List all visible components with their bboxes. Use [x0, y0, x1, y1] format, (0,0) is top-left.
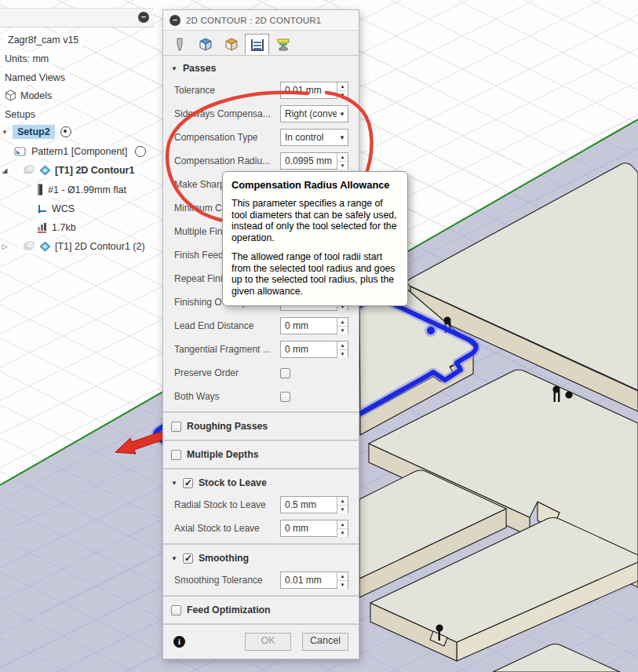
tool-tab-icon [172, 37, 188, 53]
tab-geometry[interactable] [193, 34, 217, 55]
radial-stock-input[interactable]: 0.5 mm ▲▼ [280, 496, 348, 513]
toolpath-lead-in [427, 327, 435, 334]
units-row[interactable]: Units: mm [0, 50, 53, 67]
pin-icon [565, 391, 572, 398]
models-row[interactable]: Models [0, 87, 57, 104]
tab-passes[interactable] [245, 34, 269, 55]
tolerance-input[interactable]: 0.01 mm ▲▼ [280, 82, 348, 99]
tool-row[interactable]: #1 - Ø1.99mm flat [31, 181, 131, 198]
both-ways-row: Both Ways [163, 385, 359, 408]
multiple-depths-header[interactable]: Multiple Depths [163, 444, 359, 465]
fusion360-cam-window: – Zagr8f_cam v15 Units: mm Named Views M… [0, 0, 638, 672]
operation-diamond-icon [39, 241, 51, 252]
multiple-depths-label: Multiple Depths [187, 449, 259, 460]
smoothing-label: Smoothing [199, 553, 249, 564]
spinner-buttons[interactable]: ▲▼ [337, 341, 348, 357]
browser-panel-header[interactable]: – [0, 8, 154, 27]
pin-icon [552, 385, 560, 393]
models-label: Models [20, 90, 52, 101]
smoothing-checkbox[interactable] [183, 553, 193, 564]
cancel-button[interactable]: Cancel [302, 633, 348, 651]
setups-row[interactable]: Setups [0, 106, 40, 122]
separator [163, 595, 359, 597]
stock-to-leave-checkbox[interactable] [183, 478, 193, 488]
tool-label: #1 - Ø1.99mm flat [48, 184, 126, 195]
expander-collapsed-icon[interactable]: ▷ [0, 243, 9, 250]
visibility-ghost-icon[interactable] [24, 165, 35, 175]
wcs-row[interactable]: WCS [31, 200, 79, 217]
compensation-type-label: Compensation Type [174, 132, 280, 143]
radial-stock-row: Radial Stock to Leave 0.5 mm ▲▼ [163, 493, 359, 517]
tooltip-title: Compensation Radius Allowance [232, 179, 399, 191]
sideways-compensation-value: Right (conve... [281, 108, 337, 119]
ok-button[interactable]: OK [245, 633, 291, 651]
tolerance-label: Tolerance [174, 85, 280, 96]
visibility-ghost-icon[interactable] [24, 241, 35, 251]
document-title-row[interactable]: Zagr8f_cam v15 [3, 31, 83, 48]
expander-expanded-icon[interactable]: ◢ [0, 166, 9, 174]
filesize-row[interactable]: 1.7kb [31, 219, 81, 236]
separator [163, 440, 359, 441]
sideways-compensation-dropdown[interactable]: Right (conve... ▼ [280, 105, 348, 122]
spinner-buttons[interactable]: ▲▼ [337, 572, 348, 588]
dialog-title: 2D CONTOUR : 2D CONTOUR1 [186, 16, 321, 25]
compensation-type-value: In control [281, 132, 337, 143]
stock-to-leave-label: Stock to Leave [199, 477, 267, 488]
preserve-order-checkbox[interactable] [280, 368, 290, 378]
chevron-down-icon: ▼ [171, 480, 177, 487]
geometry-tab-icon [198, 37, 213, 53]
separator [163, 543, 359, 545]
smoothing-tolerance-input[interactable]: 0.01 mm ▲▼ [280, 572, 348, 589]
spinner-buttons[interactable]: ▲▼ [337, 82, 348, 98]
lead-end-distance-label: Lead End Distance [174, 320, 280, 331]
both-ways-checkbox[interactable] [280, 392, 290, 402]
spinner-buttons[interactable]: ▲▼ [337, 520, 348, 536]
smoothing-header[interactable]: ▼ Smoothing [163, 548, 359, 568]
spinner-buttons[interactable]: ▲▼ [337, 153, 348, 169]
passes-section-header[interactable]: ▼ Passes [163, 58, 359, 79]
radial-stock-value: 0.5 mm [281, 499, 337, 510]
named-views-row[interactable]: Named Views [0, 69, 70, 86]
setup2-row[interactable]: ▾ Setup2 [0, 123, 74, 140]
tool-icon [36, 184, 44, 195]
compensation-radius-value: 0.0995 mm [281, 155, 337, 166]
expander-open-icon[interactable]: ▾ [0, 128, 9, 136]
panel-collapse-button[interactable]: – [138, 12, 149, 23]
compensation-radius-input[interactable]: 0.0995 mm ▲▼ [280, 152, 348, 170]
multiple-depths-checkbox[interactable] [171, 450, 181, 460]
dialog-title-bar[interactable]: – 2D CONTOUR : 2D CONTOUR1 [163, 10, 359, 31]
axial-stock-input[interactable]: 0 mm ▲▼ [280, 520, 348, 537]
tab-linking[interactable] [271, 34, 295, 55]
tangential-fragment-input[interactable]: 0 mm ▲▼ [280, 341, 348, 358]
contour1-label: [T1] 2D Contour1 [55, 165, 134, 176]
statistics-icon [36, 222, 48, 233]
pattern-row[interactable]: Pattern1 [Component] [9, 143, 146, 159]
lead-end-distance-input[interactable]: 0 mm ▲▼ [280, 317, 348, 334]
roughing-passes-checkbox[interactable] [171, 422, 181, 432]
compensation-radius-row: Compensation Radiu... 0.0995 mm ▲▼ [163, 149, 359, 173]
info-icon[interactable]: i [173, 636, 185, 648]
tab-heights[interactable] [219, 34, 243, 55]
radio-selected-icon[interactable] [60, 126, 71, 137]
radio-unselected-icon[interactable] [135, 146, 146, 157]
smoothing-tolerance-value: 0.01 mm [281, 575, 337, 586]
compensation-radius-label: Compensation Radiu... [174, 155, 280, 166]
feed-optimization-label: Feed Optimization [187, 604, 271, 615]
tab-tool[interactable] [167, 34, 191, 55]
roughing-passes-label: Roughing Passes [187, 421, 268, 432]
contour2-row[interactable]: ▷ [T1] 2D Contour1 (2) [0, 238, 150, 254]
feed-optimization-header[interactable]: Feed Optimization [163, 600, 359, 620]
contour1-row[interactable]: ◢ [T1] 2D Contour1 [0, 162, 139, 178]
compensation-type-dropdown[interactable]: In control ▼ [280, 129, 348, 146]
smoothing-tolerance-row: Smoothing Tolerance 0.01 mm ▲▼ [163, 568, 359, 592]
setups-label: Setups [0, 108, 40, 122]
stock-to-leave-header[interactable]: ▼ Stock to Leave [163, 473, 359, 493]
feed-optimization-checkbox[interactable] [171, 605, 181, 615]
spinner-buttons[interactable]: ▲▼ [337, 318, 348, 334]
roughing-passes-header[interactable]: Roughing Passes [163, 416, 359, 436]
radial-stock-label: Radial Stock to Leave [174, 499, 280, 510]
spinner-buttons[interactable]: ▲▼ [337, 497, 348, 513]
dialog-collapse-button[interactable]: – [170, 15, 180, 26]
heights-tab-icon [224, 37, 239, 53]
separator [163, 411, 359, 413]
